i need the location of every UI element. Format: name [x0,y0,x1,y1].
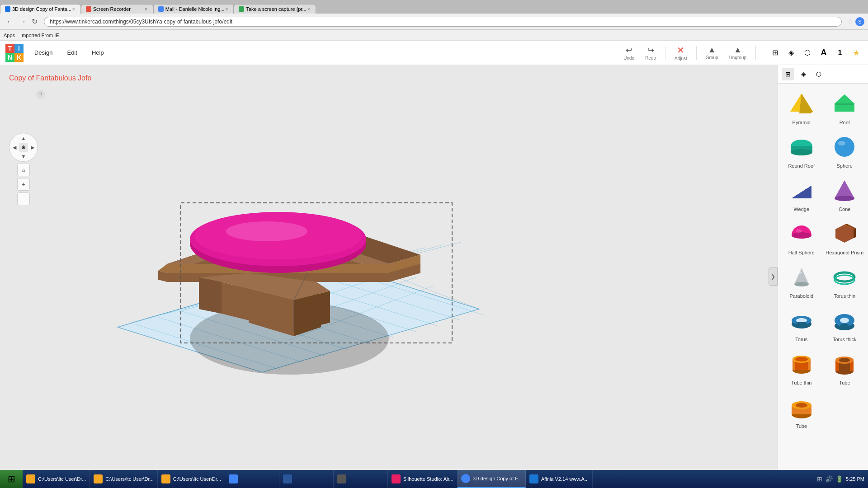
shape-tube-thin[interactable]: Tube thin [780,346,823,389]
grid-view-button[interactable]: ⊞ [769,47,781,59]
tab-4-close[interactable]: × [307,7,311,12]
svg-marker-37 [199,277,222,314]
taskbar-item-4[interactable] [225,470,279,488]
shape-tube-bottom[interactable]: Tube [780,389,823,432]
taskbar-explorer-1[interactable]: C:\Users\ltc User\Dr... [23,470,90,488]
windows-icon: ⊞ [8,474,15,484]
item6-icon [337,474,346,483]
start-button[interactable]: ⊞ [0,470,23,488]
shape-torus[interactable]: Torus [780,302,823,346]
taskbar-explorer-2[interactable]: C:\Users\ltc User\Dr... [90,470,157,488]
taskbar-chrome[interactable]: 3D design Copy of F... [458,470,526,488]
torus-thin-visual [830,263,859,291]
logo-k: K [14,53,24,62]
back-button[interactable]: ← [4,17,16,27]
tab-3[interactable]: Mail - Danielle Nicole Ing... × [153,4,234,14]
compass-center[interactable]: ⊕ [19,143,28,152]
forward-button[interactable]: → [16,17,29,27]
roof-label: Roof [840,120,850,125]
tube-bottom-visual [787,393,816,422]
toolbar-tools: ↩ Undo ↪ Redo ✕ Adjust ▲ Group ▲ Ungroup [620,43,863,63]
taskbar-explorer-1-label: C:\Users\ltc User\Dr... [38,476,86,482]
tab-2-title: Screen Recorder [93,6,131,12]
tinkercad-logo[interactable]: T I N K [5,44,24,62]
refresh-button[interactable]: ↻ [29,16,40,27]
taskbar-item-6[interactable] [334,470,388,488]
word-icon [283,474,292,483]
panel-toggle-button[interactable]: ❯ [769,267,778,286]
shape-sphere[interactable]: Sphere [823,129,867,172]
redo-button[interactable]: ↪ Redo [642,43,660,62]
favorite-button[interactable]: ★ [850,47,863,59]
svg-marker-55 [792,186,811,198]
bookmark-imported[interactable]: Imported From IE [20,33,59,38]
panel-hex-icon[interactable]: ⬡ [812,68,825,80]
compass-w-icon: ◀ [10,143,19,152]
svg-point-51 [835,137,854,157]
user-avatar[interactable]: S [855,17,864,26]
main-area: Copy of Fantabulous Jofo ? ▲ ◀ ⊕ ▶ ▼ [0,65,868,488]
bookmark-star-icon[interactable]: ☆ [847,17,854,26]
toolbar-separator-1 [665,46,665,60]
tab-2-close[interactable]: × [144,7,148,12]
text-button[interactable]: A [817,47,830,59]
shape-roof[interactable]: Roof [823,85,867,129]
shape-tube[interactable]: Tube [823,346,867,389]
shape-torus-thick[interactable]: Torus thick [823,302,867,346]
shape-pyramid[interactable]: Pyramid [780,85,823,129]
wedge-label: Wedge [793,206,809,212]
hexagonal-prism-visual [830,219,859,248]
solid-view-button[interactable]: ◈ [785,47,797,59]
adjust-icon: ✕ [677,45,684,56]
shapes-panel: ⊞ ◈ ⬡ Pyramid [778,65,868,488]
adjust-label: Adjust [675,56,687,61]
wedge-visual [787,176,816,205]
undo-label: Undo [623,56,634,61]
menu-edit[interactable]: Edit [63,47,80,58]
toolbar: T I N K Design Edit Help ↩ Undo ↪ Redo ✕ [0,41,868,65]
logo-t: T [5,44,14,53]
tab-1-close[interactable]: × [71,7,76,12]
adjust-button[interactable]: ✕ Adjust [671,43,691,63]
network-icon: ⊞ [817,475,822,483]
taskbar-system-tray: ⊞ 🔊 🔋 5:25 PM [813,475,868,483]
tab-2[interactable]: Screen Recorder × [81,4,153,14]
svg-marker-47 [835,103,854,105]
panel-grid-icon[interactable]: ⊞ [782,68,794,80]
shape-hexagonal-prism[interactable]: Hexagonal Prism [823,216,867,259]
svg-point-64 [794,282,809,286]
svg-point-57 [835,196,854,201]
shape-paraboloid[interactable]: Paraboloid [780,259,823,302]
tube-visual [830,349,859,378]
menu-design[interactable]: Design [31,47,56,58]
shape-wedge[interactable]: Wedge [780,172,823,216]
taskbar-silhouette[interactable]: Silhouette Studio: Air... [388,470,458,488]
svg-marker-46 [835,94,854,112]
taskbar-word[interactable] [279,470,334,488]
panel-shape-icon[interactable]: ◈ [797,68,810,80]
shape-cone[interactable]: Cone [823,172,867,216]
taskbar-afinia[interactable]: Afinia V2.14 www.A... [526,470,593,488]
shape-half-sphere[interactable]: Half Sphere [780,216,823,259]
address-bar[interactable] [44,17,842,27]
taskbar-explorer-3[interactable]: C:\Users\ltc User\Dr... [158,470,225,488]
menu-help[interactable]: Help [88,47,108,58]
wireframe-view-button[interactable]: ⬡ [801,47,814,59]
group-icon: ▲ [708,45,716,55]
tab-3-favicon [158,6,164,12]
tab-4[interactable]: Take a screen capture (pr... × [234,4,316,14]
round-roof-visual [787,132,816,161]
bookmark-apps[interactable]: Apps [4,33,15,38]
number-button[interactable]: 1 [834,47,846,59]
group-button[interactable]: ▲ Group [702,43,722,62]
tab-1[interactable]: 3D design Copy of Fanta... × [0,4,81,14]
tab-3-close[interactable]: × [225,7,229,12]
volume-icon: 🔊 [825,475,833,483]
canvas-area[interactable]: Copy of Fantabulous Jofo ? ▲ ◀ ⊕ ▶ ▼ [0,65,778,488]
shape-torus-thin[interactable]: Torus thin [823,259,867,302]
svg-point-58 [792,232,811,239]
undo-button[interactable]: ↩ Undo [620,43,638,62]
shape-round-roof[interactable]: Round Roof [780,129,823,172]
ungroup-button[interactable]: ▲ Ungroup [726,43,750,62]
torus-thick-visual [830,306,859,335]
